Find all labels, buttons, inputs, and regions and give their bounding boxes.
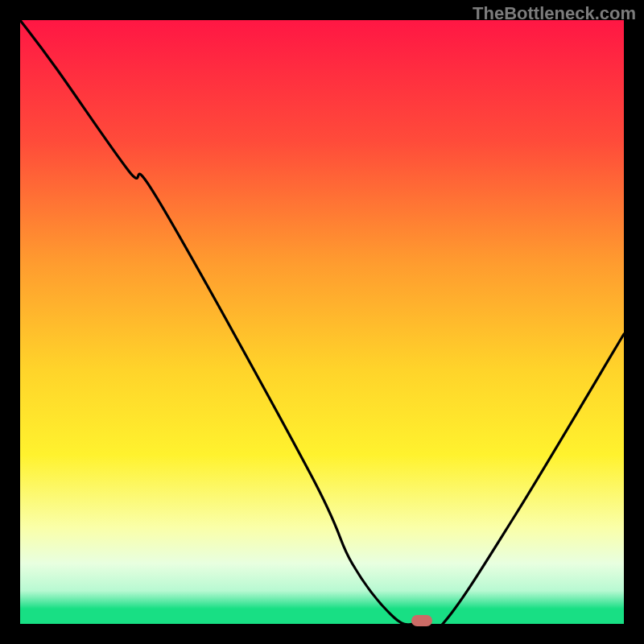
chart-container: TheBottleneck.com xyxy=(0,0,644,644)
plot-area xyxy=(20,20,624,624)
bottleneck-curve xyxy=(20,20,624,624)
optimal-marker xyxy=(411,615,432,626)
